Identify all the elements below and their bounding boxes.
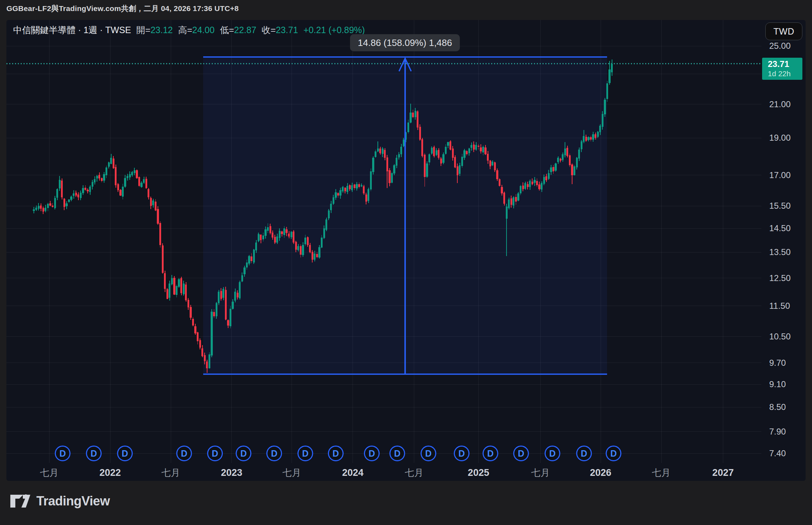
time-axis-label: 七月 — [531, 467, 550, 478]
dividend-marker[interactable]: D — [606, 446, 621, 461]
candle-body — [173, 278, 175, 295]
candle-body — [335, 192, 336, 198]
candle-body — [415, 111, 416, 117]
candle-body — [209, 354, 210, 368]
candle-body — [291, 232, 292, 237]
candle-body — [220, 291, 222, 299]
price-change: +0.21 (+0.89%) — [303, 25, 365, 35]
currency-toggle-button[interactable]: TWD — [765, 22, 802, 40]
candle-body — [206, 362, 208, 368]
dividend-marker[interactable]: D — [514, 446, 528, 461]
candle-body — [344, 188, 346, 191]
ohlc-open: 開=23.12 — [137, 25, 173, 35]
price-chart-canvas[interactable]: 25.0021.0019.0017.0015.5014.5013.5012.50… — [6, 20, 806, 481]
candle-body — [279, 231, 281, 238]
candle-body — [162, 245, 164, 273]
candle-body — [138, 177, 140, 186]
dividend-marker[interactable]: D — [267, 446, 282, 461]
candle-body — [124, 178, 126, 187]
candle-body — [216, 303, 217, 316]
candle-body — [372, 158, 374, 172]
candle-body — [543, 177, 545, 184]
candle-body — [337, 193, 339, 196]
candle-body — [412, 113, 414, 117]
candle-body — [258, 234, 259, 241]
candle-body — [251, 256, 252, 261]
dividend-marker[interactable]: D — [118, 446, 132, 461]
candle-body — [375, 151, 376, 157]
time-axis-label: 七月 — [40, 467, 58, 478]
dividend-marker[interactable]: D — [545, 446, 560, 461]
time-axis-label: 2023 — [221, 467, 242, 478]
candle-body — [106, 167, 107, 175]
candle-body — [157, 209, 159, 224]
dividend-marker-letter: D — [369, 448, 375, 458]
last-price-value: 23.71 — [768, 59, 802, 69]
dividend-marker[interactable]: D — [454, 446, 469, 461]
candle-body — [110, 158, 112, 164]
footer-bar: TradingView — [0, 481, 812, 525]
dividend-marker[interactable]: D — [483, 446, 498, 461]
candle-body — [508, 199, 510, 208]
dividend-marker[interactable]: D — [421, 446, 436, 461]
candle-body — [545, 176, 547, 180]
dividend-marker[interactable]: D — [177, 446, 191, 461]
dividend-marker[interactable]: D — [236, 446, 251, 461]
candle-body — [239, 282, 241, 298]
candle-body — [66, 203, 67, 206]
candle-body — [307, 237, 309, 245]
candle-body — [550, 167, 552, 172]
candle-body — [447, 142, 449, 146]
dividend-marker[interactable]: D — [328, 446, 343, 461]
candle-body — [101, 178, 103, 181]
candle-body — [557, 158, 559, 162]
candle-body — [234, 292, 236, 301]
candle-body — [346, 186, 348, 192]
price-tick-label: 10.50 — [769, 332, 791, 341]
candle-body — [391, 173, 393, 183]
price-tick-label: 8.50 — [769, 402, 786, 412]
candle-body — [243, 267, 245, 274]
candle-body — [428, 154, 430, 162]
candle-body — [587, 137, 589, 140]
candle-body — [522, 186, 524, 189]
price-tick-label: 13.50 — [769, 247, 791, 257]
symbol-title[interactable]: 中信關鍵半導體 · 1週 · TWSE — [13, 25, 131, 35]
price-tick-label: 17.00 — [769, 170, 791, 180]
header-bar: GGBear-LF2與TradingView.com共創，二月 04, 2026… — [0, 0, 812, 20]
dividend-marker-letter: D — [60, 448, 66, 458]
candle-body — [312, 252, 313, 260]
price-tick-label: 14.50 — [769, 223, 791, 233]
candle-body — [274, 237, 276, 243]
candle-body — [487, 154, 489, 161]
candle-body — [211, 312, 212, 355]
dividend-marker[interactable]: D — [577, 446, 591, 461]
candle-body — [194, 326, 196, 333]
candle-body — [513, 197, 514, 206]
price-tick-label: 9.10 — [769, 379, 786, 389]
candle-body — [379, 149, 381, 153]
tradingview-logo[interactable]: TradingView — [10, 494, 110, 509]
candle-body — [136, 170, 138, 178]
candle-body — [87, 190, 88, 191]
ohlc-high: 高=24.00 — [178, 25, 215, 35]
dividend-marker[interactable]: D — [55, 446, 70, 461]
candle-body — [461, 157, 463, 166]
candle-body — [330, 204, 332, 210]
candle-body — [398, 154, 400, 157]
candle-body — [566, 148, 568, 156]
candle-body — [333, 197, 334, 203]
candle-body — [300, 246, 302, 255]
candle-body — [562, 154, 564, 160]
dividend-marker[interactable]: D — [87, 446, 101, 461]
dividend-marker[interactable]: D — [208, 446, 222, 461]
candle-body — [241, 275, 243, 281]
price-tick-label: 25.00 — [769, 41, 791, 51]
candle-body — [150, 198, 152, 206]
dividend-marker[interactable]: D — [365, 446, 379, 461]
dividend-marker[interactable]: D — [390, 446, 405, 461]
candle-body — [35, 208, 37, 210]
candle-body — [431, 148, 433, 154]
candle-body — [63, 199, 65, 207]
dividend-marker[interactable]: D — [298, 446, 313, 461]
